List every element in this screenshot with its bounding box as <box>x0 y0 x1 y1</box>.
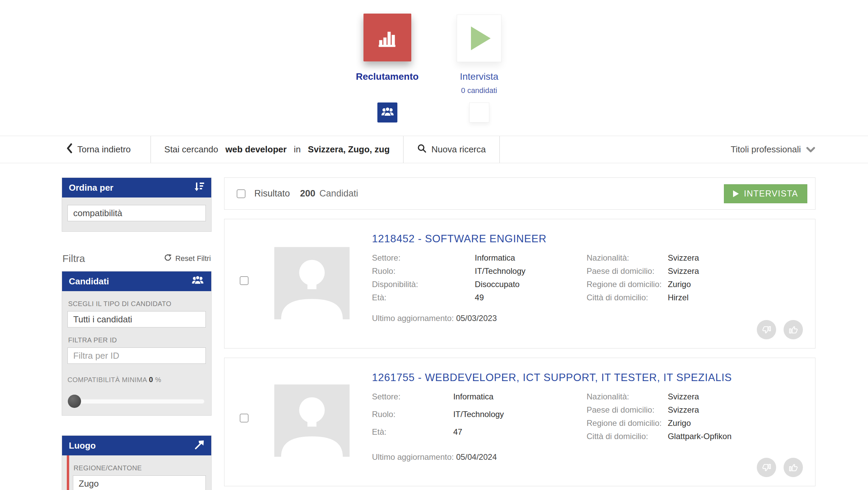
field-label: Regione di domicilio: <box>587 280 668 293</box>
search-status-mid: in <box>291 144 303 155</box>
last-updated: Ultimo aggiornamento: 05/03/2023 <box>372 314 802 323</box>
field-value: Glattpark-Opfikon <box>668 432 737 445</box>
recruitment-stage-label[interactable]: Reclutamento <box>356 71 418 82</box>
professional-titles-dropdown[interactable]: Titoli professionali <box>731 136 868 163</box>
field-label: Età: <box>372 427 453 445</box>
field-value: IT/Technology <box>475 266 587 280</box>
candidates-panel-header: Candidati <box>62 271 211 291</box>
thumbs-down-button[interactable] <box>757 320 776 339</box>
last-updated: Ultimo aggiornamento: 05/04/2024 <box>372 452 802 462</box>
field-label: Ruolo: <box>372 266 475 280</box>
sort-by-select[interactable]: compatibilità <box>67 205 206 221</box>
last-updated-label: Ultimo aggiornamento: <box>372 314 456 323</box>
filter-by-id-input[interactable] <box>67 347 206 364</box>
candidates-panel-title: Candidati <box>69 276 109 287</box>
candidate-fields: Settore: Informatica Ruolo: IT/Technolog… <box>372 392 802 445</box>
back-button[interactable]: Torna indietro <box>66 136 151 163</box>
candidate-checkbox[interactable] <box>240 414 249 422</box>
min-compatibility-value: 0 <box>149 375 153 384</box>
field-label: Paese di domicilio: <box>587 405 668 418</box>
field-value: Svizzera <box>668 392 737 405</box>
filters-sidebar: Ordina per compatibilità Filtra <box>62 177 212 490</box>
search-navbar: Torna indietro Stai cercando web develop… <box>0 136 868 163</box>
field-label: Città di domicilio: <box>587 293 668 306</box>
interview-group-tile[interactable] <box>469 102 489 122</box>
region-input[interactable] <box>73 475 206 490</box>
people-icon <box>191 275 204 288</box>
field-label: Nazionalità: <box>587 253 668 266</box>
candidate-fields-right: Nazionalità: Svizzera Paese di domicilio… <box>587 253 705 306</box>
field-label: Disponibilità: <box>372 280 475 293</box>
candidate-avatar <box>274 384 350 457</box>
results-noun: Candidati <box>319 188 358 199</box>
select-all-checkbox[interactable] <box>237 189 245 198</box>
interview-button[interactable]: INTERVISTA <box>724 184 807 203</box>
rating-buttons <box>757 458 803 477</box>
sort-descending-icon[interactable] <box>194 182 204 194</box>
field-value: Svizzera <box>668 266 705 280</box>
sort-panel: Ordina per compatibilità <box>62 177 212 232</box>
new-search-label: Nuova ricerca <box>431 144 486 155</box>
candidate-fields-right: Nazionalità: Svizzera Paese di domicilio… <box>587 392 738 445</box>
interview-candidate-count: 0 candidati <box>461 86 497 95</box>
field-value: Informatica <box>475 253 587 266</box>
field-value: Svizzera <box>668 253 705 266</box>
interview-stage-tile[interactable] <box>457 15 501 62</box>
results-header: Risultato 200 Candidati INTERVISTA <box>224 177 815 210</box>
place-panel: Luogo REGIONE/CANTONE INDIRIZZO <box>62 435 212 490</box>
last-updated-label: Ultimo aggiornamento: <box>372 452 456 461</box>
field-label: Nazionalità: <box>587 392 668 405</box>
field-value: Disoccupato <box>475 280 587 293</box>
sort-panel-header: Ordina per <box>62 178 211 197</box>
new-search-button[interactable]: Nuova ricerca <box>403 136 499 163</box>
sort-panel-title: Ordina per <box>69 183 113 193</box>
chevron-left-icon <box>66 143 73 156</box>
search-status: Stai cercando web developer in Svizzera,… <box>151 136 403 163</box>
candidate-type-label: SCEGLI IL TIPO DI CANDIDATO <box>68 300 206 308</box>
candidates-panel: Candidati SCEGLI IL TIPO DI CANDIDATO Tu… <box>62 271 212 416</box>
thumbs-up-button[interactable] <box>784 458 803 477</box>
field-value: 47 <box>453 427 587 445</box>
results-label: Risultato <box>254 188 290 199</box>
reset-icon <box>164 253 172 264</box>
candidate-avatar <box>274 247 350 319</box>
candidate-card-content: 1218452 - SOFTWARE ENGINEER Settore: Inf… <box>372 219 815 323</box>
thumbs-down-button[interactable] <box>757 458 776 477</box>
candidate-fields-left: Settore: Informatica Ruolo: IT/Technolog… <box>372 253 587 306</box>
field-value: Zurigo <box>668 418 737 432</box>
chevron-down-icon <box>806 144 815 155</box>
recruitment-stage-tile[interactable] <box>363 14 411 61</box>
field-label: Ruolo: <box>372 410 453 427</box>
compatibility-slider-handle[interactable] <box>68 395 81 408</box>
reset-filters-label: Reset Filtri <box>175 254 211 263</box>
results-count: 200 <box>300 188 315 199</box>
candidate-card-content: 1261755 - WEBDEVELOPER, ICT SUPPORT, IT … <box>372 358 815 462</box>
field-value: Informatica <box>453 392 587 410</box>
search-icon <box>417 144 427 155</box>
field-label: Paese di domicilio: <box>587 266 668 280</box>
back-label: Torna indietro <box>77 144 131 155</box>
flag-icon <box>194 439 204 452</box>
candidate-fields-left: Settore: Informatica Ruolo: IT/Technolog… <box>372 392 587 445</box>
reset-filters-button[interactable]: Reset Filtri <box>164 253 211 264</box>
pipeline-section: Reclutamento Intervista 0 candidati <box>0 0 868 136</box>
field-value: Zurigo <box>668 280 705 293</box>
candidate-checkbox[interactable] <box>240 276 249 285</box>
search-status-prefix: Stai cercando <box>164 144 221 155</box>
candidate-title-link[interactable]: 1261755 - WEBDEVELOPER, ICT SUPPORT, IT … <box>372 372 802 384</box>
last-updated-value: 05/04/2024 <box>456 452 497 461</box>
compatibility-slider[interactable] <box>69 399 204 404</box>
candidates-group-tile[interactable] <box>377 102 397 122</box>
filter-by-id-label: FILTRA PER ID <box>68 336 206 344</box>
interview-stage-label[interactable]: Intervista <box>460 71 498 82</box>
field-label: Settore: <box>372 253 475 266</box>
candidate-fields: Settore: Informatica Ruolo: IT/Technolog… <box>372 253 802 306</box>
field-label: Età: <box>372 293 475 306</box>
candidate-title-link[interactable]: 1218452 - SOFTWARE ENGINEER <box>372 233 802 245</box>
play-icon <box>471 26 491 50</box>
content-area: Ordina per compatibilità Filtra <box>0 163 868 490</box>
people-icon <box>380 107 395 119</box>
candidates-panel-body: SCEGLI IL TIPO DI CANDIDATO Tutti i cand… <box>62 291 211 415</box>
thumbs-up-button[interactable] <box>784 320 803 339</box>
candidate-type-select[interactable]: Tutti i candidati <box>67 311 206 327</box>
